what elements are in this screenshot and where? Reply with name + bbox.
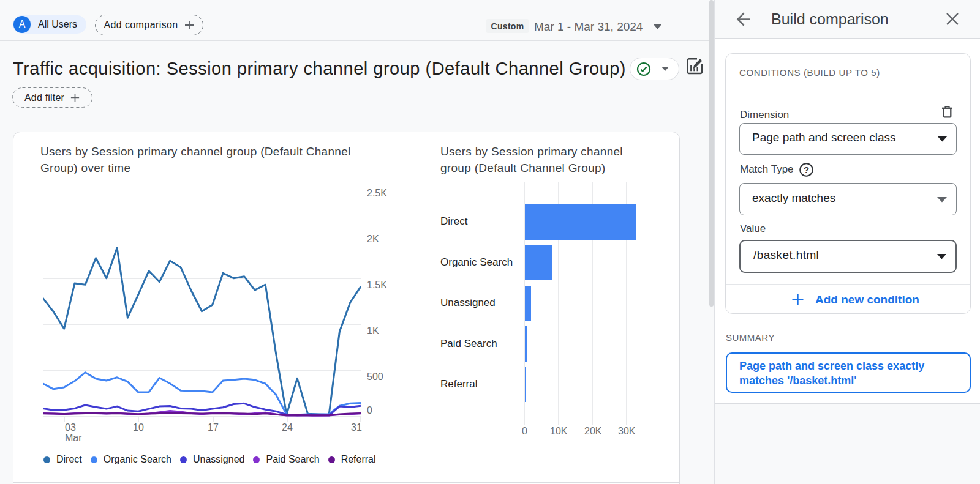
svg-text:?: ? (804, 165, 809, 175)
